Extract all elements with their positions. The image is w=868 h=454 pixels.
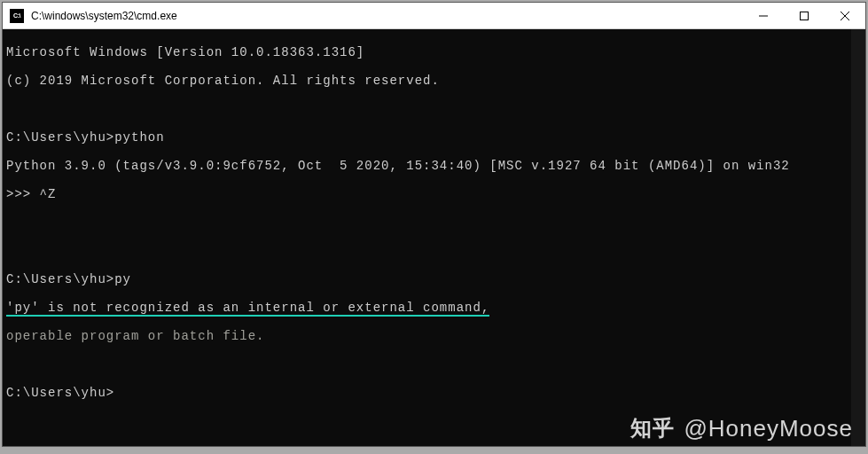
- prompt: C:\Users\yhu>: [6, 130, 114, 145]
- python-prompt-line: >>> ^Z: [6, 187, 862, 201]
- watermark: 知乎 @HoneyMoose: [630, 421, 853, 435]
- error-line: 'py' is not recognized as an internal or…: [6, 301, 862, 315]
- watermark-logo: 知乎: [630, 421, 675, 435]
- typed-command: python: [114, 130, 164, 145]
- window-controls: [743, 3, 865, 28]
- prompt: C:\Users\yhu>: [6, 386, 114, 400]
- maximize-button[interactable]: [784, 3, 825, 28]
- output-blank: [6, 102, 862, 116]
- cmd-icon: C:\: [10, 9, 24, 23]
- minimize-icon: [759, 12, 768, 20]
- prompt: C:\Users\yhu>: [6, 272, 114, 286]
- prompt-line: C:\Users\yhu>py: [6, 272, 862, 286]
- output-blank: [6, 244, 862, 258]
- output-line: (c) 2019 Microsoft Corporation. All righ…: [6, 74, 862, 88]
- close-icon: [841, 12, 849, 20]
- cmd-icon-label: C:\: [13, 12, 20, 19]
- titlebar[interactable]: C:\ C:\windows\system32\cmd.exe: [3, 3, 865, 29]
- highlighted-error: 'py' is not recognized as an internal or…: [6, 301, 489, 317]
- prompt-line: C:\Users\yhu>: [6, 386, 862, 400]
- output-blank: [6, 357, 862, 372]
- typed-command: ^Z: [40, 187, 57, 201]
- python-prompt: >>>: [6, 187, 40, 201]
- svg-rect-1: [801, 12, 809, 20]
- cmd-window: C:\ C:\windows\system32\cmd.exe Microsof…: [2, 2, 866, 447]
- close-button[interactable]: [825, 3, 865, 28]
- typed-command: py: [114, 272, 131, 286]
- scrollbar[interactable]: [851, 29, 865, 446]
- scrollbar-thumb[interactable]: [851, 29, 865, 446]
- watermark-handle: @HoneyMoose: [684, 421, 853, 435]
- error-line: operable program or batch file.: [6, 329, 862, 343]
- maximize-icon: [800, 12, 809, 20]
- output-line: Microsoft Windows [Version 10.0.18363.13…: [6, 45, 862, 59]
- terminal-output[interactable]: Microsoft Windows [Version 10.0.18363.13…: [3, 29, 865, 446]
- output-blank: [6, 215, 862, 230]
- window-title: C:\windows\system32\cmd.exe: [31, 10, 743, 22]
- prompt-line: C:\Users\yhu>python: [6, 130, 862, 145]
- output-line: Python 3.9.0 (tags/v3.9.0:9cf6752, Oct 5…: [6, 159, 862, 173]
- minimize-button[interactable]: [743, 3, 784, 28]
